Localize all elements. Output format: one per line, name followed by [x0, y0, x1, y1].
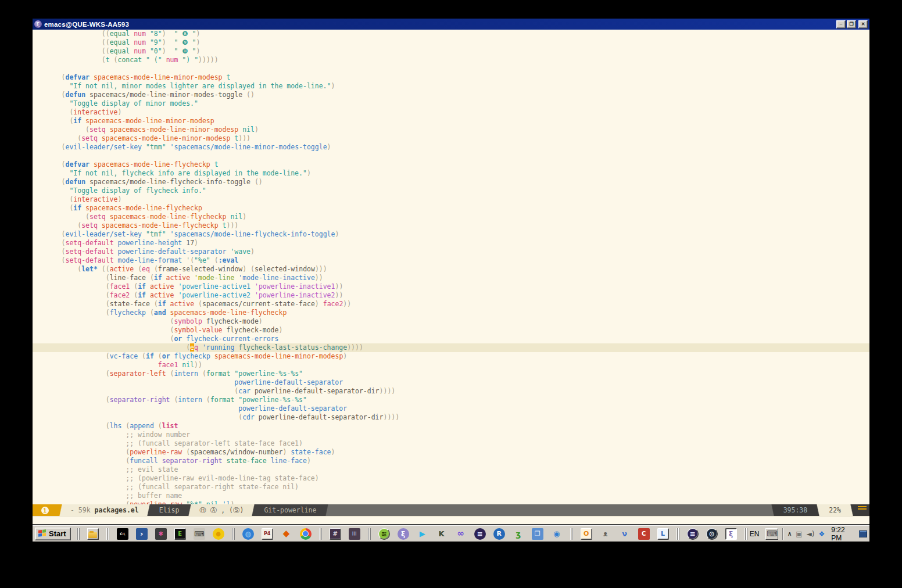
keyboard-layout-icon[interactable]: ⌨ — [765, 528, 778, 540]
quicklaunch-handle[interactable] — [319, 528, 322, 540]
code-line[interactable]: (evil-leader/set-key "tmm" 'spacemacs/mo… — [37, 143, 869, 152]
code-line[interactable]: ((equal num "9") " ❾ ") — [37, 38, 869, 47]
code-line[interactable]: (symbolp flycheck-mode) — [37, 317, 869, 326]
quicklaunch-handle[interactable] — [77, 528, 80, 540]
code-line[interactable]: (symbol-value flycheck-mode) — [37, 326, 869, 335]
close-button[interactable]: ✕ — [858, 20, 868, 28]
code-line[interactable]: (setq spacemacs-mode-line-flycheckp nil) — [37, 213, 869, 221]
code-line[interactable]: (setq spacemacs-mode-line-minor-modesp t… — [37, 134, 869, 143]
code-buffer[interactable]: ((equal num "8") " ❽ ") ((equal num "9")… — [33, 30, 869, 504]
code-line[interactable]: (setq-default mode-line-format '("%e" (:… — [37, 256, 869, 265]
code-line[interactable]: (if spacemacs-mode-line-flycheckp — [37, 204, 869, 213]
gitkraken-k-icon[interactable]: K — [436, 528, 448, 540]
quicklaunch-handle[interactable] — [570, 528, 573, 540]
code-line[interactable]: (t (concat " (" num ") "))))) — [37, 56, 869, 64]
media-icon[interactable]: ✱ — [155, 528, 167, 540]
code-line[interactable]: (defun spacemacs/mode-line-flycheck-info… — [37, 178, 869, 187]
folder-icon[interactable] — [87, 528, 99, 540]
code-line[interactable]: (defvar spacemacs-mode-line-flycheckp t — [37, 160, 869, 169]
code-line[interactable]: (face2 (if active 'powerline-active2 'po… — [37, 291, 869, 300]
remote-desktop-icon[interactable]: ❐ — [532, 528, 543, 540]
language-indicator[interactable]: EN — [747, 530, 762, 538]
minimize-button[interactable]: _ — [836, 20, 846, 28]
globe-icon[interactable]: ◍ — [242, 528, 254, 540]
dropbox-icon[interactable]: ❖ — [818, 530, 825, 537]
clock[interactable]: 9:22 PM — [829, 526, 855, 542]
emacs-terminal-icon[interactable]: E — [174, 528, 186, 540]
code-line[interactable]: "If not nil, minor modes lighter are dis… — [37, 82, 869, 91]
code-line[interactable]: (setq spacemacs-mode-line-minor-modesp n… — [37, 126, 869, 134]
spotify-icon[interactable]: ≋ — [378, 528, 390, 540]
red-c-icon[interactable]: C — [638, 528, 650, 540]
eclipse-icon[interactable]: ≡ — [474, 528, 486, 540]
code-line[interactable]: "If not nil, flycheck info are displayed… — [37, 169, 869, 178]
duck-icon[interactable]: ● — [213, 528, 224, 540]
gplay-icon[interactable]: ▶ — [417, 528, 428, 540]
hidden-icons-chevron[interactable]: ∧ — [788, 530, 792, 537]
code-line[interactable]: (let* ((active (eq (frame-selected-windo… — [37, 265, 869, 274]
hash-icon[interactable]: # — [330, 528, 341, 540]
powershell-icon[interactable]: › — [136, 528, 148, 540]
code-line[interactable]: (line-face (if active 'mode-line 'mode-l… — [37, 274, 869, 282]
outlook-icon[interactable]: O — [581, 528, 592, 540]
code-line[interactable]: (separator-left (intern (format "powerli… — [37, 370, 869, 378]
code-line[interactable]: (vc-face (if (or flycheckp spacemacs-mod… — [37, 352, 869, 361]
eye-icon[interactable]: ◉ — [551, 528, 563, 540]
snake-icon[interactable]: ʒ — [513, 528, 524, 540]
code-line[interactable]: ;; evil state — [37, 465, 869, 474]
quicklaunch-handle[interactable] — [368, 528, 371, 540]
infinity-icon[interactable]: ∞ — [455, 528, 467, 540]
l-square-icon[interactable]: L — [657, 528, 669, 540]
start-button[interactable]: Start — [35, 528, 71, 540]
code-line[interactable]: (powerline-raw "%*" nil 'l) — [37, 500, 869, 504]
gremlin-icon[interactable]: ᴥ — [600, 528, 611, 540]
code-line[interactable]: (flycheckp (and spacemacs-mode-line-flyc… — [37, 309, 869, 317]
putty-icon[interactable]: ⌨ — [194, 528, 205, 540]
code-line[interactable]: (evil-leader/set-key "tmf" 'spacemacs/mo… — [37, 230, 869, 239]
emacs-gnu-icon[interactable]: ξ — [398, 528, 409, 540]
diamond-icon[interactable]: ◆ — [281, 528, 292, 540]
mode-line[interactable]: 1 - 59k packages.el Elisp Ⓗ Ⓐ , (Ⓢ) Git-… — [33, 504, 869, 516]
major-mode-segment[interactable]: Elisp — [152, 504, 187, 516]
buffer-name-segment[interactable]: - 59k packages.el — [65, 504, 145, 516]
code-line[interactable]: (funcall separator-right state-face line… — [37, 457, 869, 465]
code-line[interactable]: (defun spacemacs/mode-line-minor-modes-t… — [37, 91, 869, 99]
code-line[interactable]: (interactive) — [37, 195, 869, 204]
code-line[interactable]: (if spacemacs-mode-line-minor-modesp — [37, 117, 869, 126]
vc-branch-segment[interactable]: Git-powerline — [257, 504, 323, 516]
restore-button[interactable]: ❐ — [847, 20, 856, 28]
code-line[interactable]: (interactive) — [37, 108, 869, 117]
quicklaunch-handle[interactable] — [106, 528, 109, 540]
steam-icon[interactable]: ⊙ — [706, 528, 718, 540]
code-line[interactable]: (car powerline-default-separator-dir)))) — [37, 387, 869, 396]
r-lang-icon[interactable]: R — [493, 528, 505, 540]
code-line[interactable]: ((equal num "8") " ❽ ") — [37, 30, 869, 38]
code-line[interactable]: (setq spacemacs-mode-line-flycheckp t))) — [37, 221, 869, 230]
code-line[interactable]: powerline-default-separator — [37, 404, 869, 413]
code-line[interactable]: (face1 (if active 'powerline-active1 'po… — [37, 282, 869, 291]
code-line[interactable]: (cdr powerline-default-separator-dir)))) — [37, 413, 869, 422]
code-line[interactable]: (defvar spacemacs-mode-line-minor-modesp… — [37, 73, 869, 82]
code-line[interactable]: ;; (powerline-raw evil-mode-line-tag sta… — [37, 474, 869, 483]
cmd-icon[interactable]: C:\ — [117, 528, 128, 540]
code-line[interactable]: (state-face (if active (spacemacs/curren… — [37, 300, 869, 309]
emacs-pressed-icon[interactable]: ξ — [725, 528, 737, 540]
code-line[interactable]: (separator-right (intern (format "powerl… — [37, 396, 869, 404]
code-line[interactable] — [37, 64, 869, 73]
echo-area[interactable] — [33, 516, 869, 525]
code-line[interactable]: ;; window number — [37, 431, 869, 439]
eclipse2-icon[interactable]: ≡ — [687, 528, 699, 540]
code-line[interactable]: (eq 'running flycheck-last-status-change… — [33, 343, 869, 352]
quicklaunch-handle[interactable] — [232, 528, 235, 540]
code-line[interactable]: (setq-default powerline-default-separato… — [37, 248, 869, 256]
bars-icon[interactable]: ||| — [349, 528, 360, 540]
network-icon[interactable]: ▣ — [796, 530, 802, 537]
code-line[interactable]: "Toggle display of minor modes." — [37, 99, 869, 108]
show-desktop-icon[interactable] — [859, 530, 867, 537]
code-line[interactable]: ;; (funcall separator-right state-face n… — [37, 483, 869, 492]
quicklaunch-handle[interactable] — [676, 528, 679, 540]
p4-icon[interactable]: P4 — [262, 528, 273, 540]
title-bar[interactable]: ξ emacs@QUE-WKS-AA593 _ ❐ ✕ — [33, 19, 869, 30]
code-line[interactable]: face1 nil)) — [37, 361, 869, 370]
code-line[interactable]: ;; buffer name — [37, 492, 869, 500]
